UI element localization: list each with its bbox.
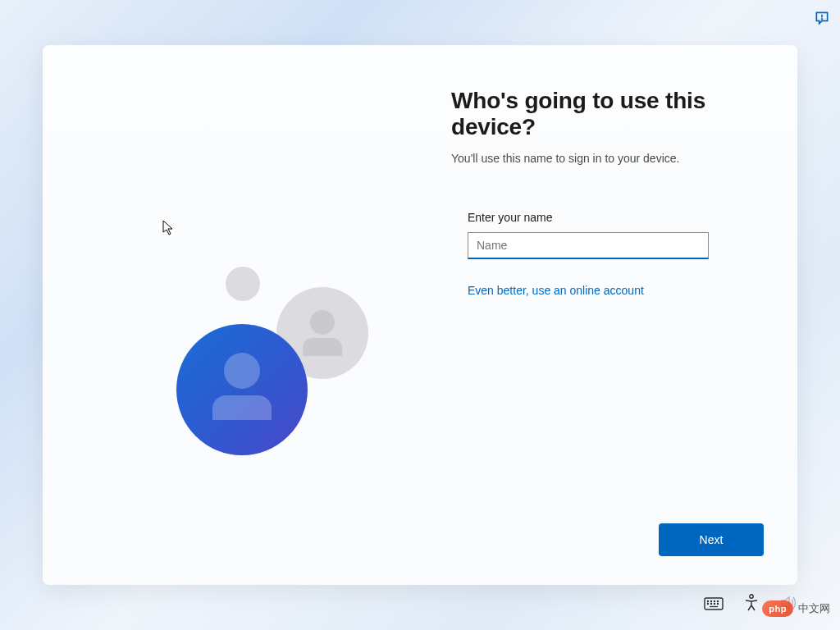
- svg-point-8: [711, 604, 712, 605]
- page-subtitle: You'll use this name to sign in to your …: [451, 152, 758, 165]
- watermark: php 中文网: [762, 600, 830, 617]
- user-illustration: [170, 262, 383, 459]
- large-avatar-icon: [176, 324, 308, 455]
- illustration-panel: [43, 45, 420, 585]
- accessibility-icon[interactable]: [743, 594, 760, 615]
- php-badge: php: [762, 600, 793, 617]
- svg-point-9: [714, 604, 715, 605]
- svg-point-10: [718, 604, 719, 605]
- name-field-label: Enter your name: [468, 211, 758, 224]
- svg-point-5: [714, 601, 715, 602]
- content-panel: Who's going to use this device? You'll u…: [420, 45, 797, 585]
- small-circle-icon: [226, 267, 260, 301]
- page-title: Who's going to use this device?: [451, 88, 758, 140]
- svg-point-7: [708, 604, 709, 605]
- form-area: Enter your name Even better, use an onli…: [451, 211, 758, 298]
- setup-card: Who's going to use this device? You'll u…: [43, 45, 797, 585]
- svg-point-3: [708, 601, 709, 602]
- svg-point-4: [711, 601, 712, 602]
- next-button[interactable]: Next: [659, 523, 764, 556]
- feedback-icon[interactable]: [814, 10, 830, 26]
- online-account-link[interactable]: Even better, use an online account: [468, 284, 644, 297]
- svg-point-1: [822, 19, 823, 20]
- svg-point-6: [718, 601, 719, 602]
- svg-point-12: [750, 595, 753, 598]
- watermark-text: 中文网: [798, 601, 830, 616]
- name-input[interactable]: [468, 232, 709, 259]
- keyboard-icon[interactable]: [704, 596, 724, 614]
